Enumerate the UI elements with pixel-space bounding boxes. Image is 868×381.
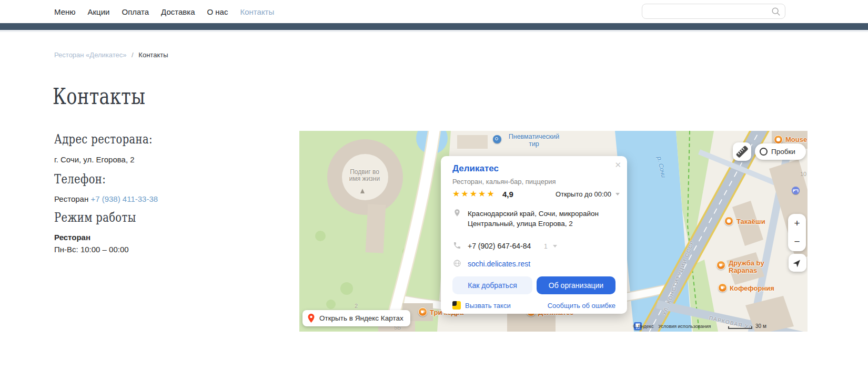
nav-about[interactable]: О нас bbox=[207, 7, 228, 16]
hours-org: Ресторан bbox=[54, 233, 90, 242]
about-org-button[interactable]: Об организации bbox=[537, 276, 615, 294]
poi-label-kofeforniya[interactable]: Кофефорния bbox=[730, 284, 774, 292]
breadcrumb: Ресторан «Деликатес» / Контакты bbox=[54, 51, 168, 59]
report-error-link[interactable]: Сообщить об ошибке bbox=[548, 302, 615, 310]
phone-heading: Телефон: bbox=[54, 171, 106, 187]
main-nav: Меню Акции Оплата Доставка О нас Контакт… bbox=[54, 0, 274, 23]
nav-promos[interactable]: Акции bbox=[88, 7, 110, 16]
route-button[interactable]: Как добраться bbox=[452, 276, 532, 294]
nav-delivery[interactable]: Доставка bbox=[161, 7, 195, 16]
header-divider-bar bbox=[0, 23, 868, 30]
open-status[interactable]: Открыто до 00:00 bbox=[556, 190, 611, 198]
poi-kofeforniya-icon[interactable] bbox=[718, 283, 727, 292]
place-card: ✕ Деликатес Ресторан, кальян-бар, пиццер… bbox=[441, 156, 627, 314]
phone-prefix: Ресторан bbox=[54, 194, 88, 203]
search-icon[interactable] bbox=[771, 7, 781, 16]
nav-contacts[interactable]: Контакты bbox=[240, 7, 274, 16]
place-address: Краснодарский край, Сочи, микрорайон Цен… bbox=[468, 209, 613, 229]
poi-tri-kedra-icon[interactable] bbox=[418, 307, 427, 316]
house-number: 2 bbox=[355, 303, 358, 309]
rating-value: 4,9 bbox=[502, 190, 513, 199]
traffic-button[interactable]: Пробки bbox=[755, 143, 806, 160]
copyright: © Яндекс bbox=[633, 324, 653, 329]
rating-stars: ★★★★★ bbox=[452, 189, 496, 199]
nav-menu[interactable]: Меню bbox=[54, 7, 76, 16]
poi-druzhba-icon[interactable] bbox=[716, 261, 725, 270]
ruler-icon bbox=[733, 142, 751, 161]
call-taxi-link[interactable]: Вызвать такси bbox=[465, 302, 511, 310]
poi-mouse-icon[interactable] bbox=[774, 135, 783, 144]
restaurant-address: г. Сочи, ул. Егорова, 2 bbox=[54, 155, 135, 164]
search-input[interactable] bbox=[648, 4, 769, 18]
chevron-down-icon[interactable] bbox=[553, 245, 557, 248]
traffic-light-icon bbox=[760, 148, 768, 156]
open-in-yandex-maps-button[interactable]: Открыть в Яндекс Картах bbox=[302, 310, 410, 326]
house-number: 10 bbox=[800, 171, 806, 177]
monument-icon bbox=[360, 189, 365, 193]
hours-value: Пн-Вс: 10:00 – 00:00 bbox=[54, 245, 129, 254]
zoom-in-button[interactable]: + bbox=[788, 214, 806, 233]
hours-heading: Режим работы bbox=[54, 210, 136, 225]
breadcrumb-separator: / bbox=[132, 51, 134, 59]
chevron-down-icon[interactable] bbox=[615, 193, 620, 195]
phone-icon bbox=[453, 241, 461, 250]
ruler-tool-button[interactable] bbox=[733, 142, 751, 161]
phone-line: Ресторан +7 (938) 411-33-38 bbox=[54, 194, 158, 203]
nav-payment[interactable]: Оплата bbox=[122, 7, 149, 16]
geolocation-button[interactable] bbox=[789, 254, 806, 272]
address-pin-icon bbox=[453, 209, 461, 217]
poi-label-pneumatic-tir[interactable]: Пневматический тир bbox=[503, 133, 564, 148]
page-title: Контакты bbox=[53, 83, 145, 109]
poi-label-takayoshi[interactable]: Такаёши bbox=[736, 218, 765, 225]
poi-takayoshi-icon[interactable] bbox=[724, 217, 733, 225]
yandex-maps-pin-icon bbox=[307, 313, 315, 323]
shooting-range-icon[interactable] bbox=[493, 135, 501, 143]
close-icon[interactable]: ✕ bbox=[614, 160, 621, 170]
zoom-out-button[interactable]: − bbox=[788, 233, 806, 252]
taxi-icon bbox=[452, 301, 461, 310]
scale-bar bbox=[728, 326, 752, 329]
yandex-map[interactable]: Пневматический тир Подвиг во имя жизни р… bbox=[299, 131, 808, 332]
place-category: Ресторан, кальян-бар, пиццерия bbox=[452, 178, 556, 186]
place-title-link[interactable]: Деликатес bbox=[452, 163, 499, 174]
place-phone: +7 (902) 647-64-84 bbox=[468, 242, 531, 250]
geolocation-arrow-icon bbox=[792, 258, 803, 268]
scale-value: 30 м bbox=[755, 323, 766, 329]
zoom-control: + − bbox=[788, 214, 806, 251]
poi-label-monument: Подвиг во имя жизни bbox=[345, 169, 385, 182]
globe-icon bbox=[453, 259, 461, 267]
search-box bbox=[642, 4, 785, 19]
page: Меню Акции Оплата Доставка О нас Контакт… bbox=[0, 0, 868, 381]
place-website-link[interactable]: sochi.delicates.rest bbox=[468, 260, 530, 268]
breadcrumb-home-link[interactable]: Ресторан «Деликатес» bbox=[54, 51, 126, 59]
breadcrumb-current: Контакты bbox=[138, 51, 168, 59]
poi-label-mouse[interactable]: Mouse Но bbox=[785, 136, 808, 143]
phone-count[interactable]: 1 bbox=[544, 243, 548, 250]
terms-link[interactable]: Условия использования bbox=[658, 324, 711, 329]
map-scale: 30 м bbox=[728, 323, 766, 329]
header-divider-shadow bbox=[0, 30, 868, 32]
map-attribution: © Яндекс Условия использования bbox=[633, 324, 711, 329]
hotel-icon[interactable] bbox=[792, 187, 800, 194]
poi-label-druzhba[interactable]: Дружба by Rapanas bbox=[729, 260, 775, 274]
restaurant-phone-link[interactable]: +7 (938) 411-33-38 bbox=[90, 194, 158, 203]
address-heading: Адрес ресторана: bbox=[54, 131, 153, 147]
